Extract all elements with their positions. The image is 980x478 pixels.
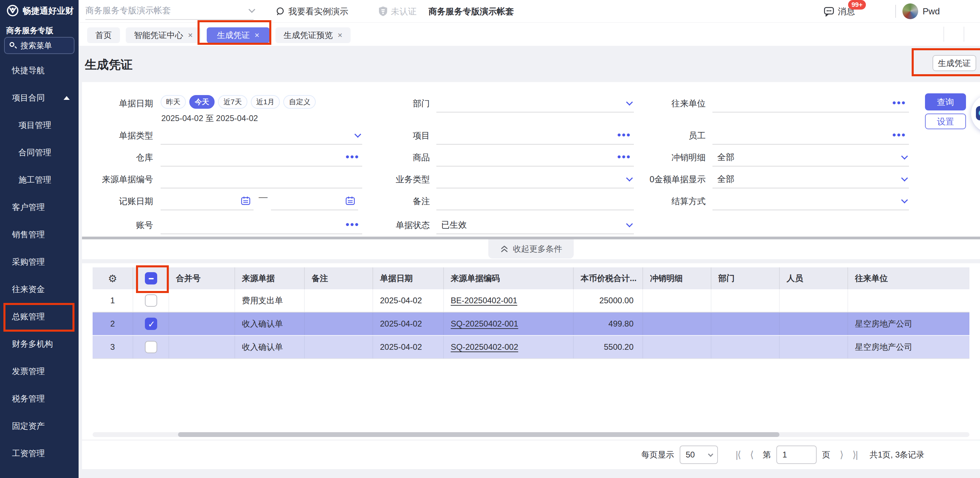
sidebar-item-fixed-assets[interactable]: 固定资产 bbox=[0, 413, 79, 440]
col-header-amount[interactable]: 本币价税合计... bbox=[574, 268, 643, 289]
gear-icon: ⚙ bbox=[108, 272, 117, 284]
sidebar-item-quick-nav[interactable]: 快捷导航 bbox=[0, 57, 79, 84]
preset-today[interactable]: 今天 bbox=[189, 95, 215, 109]
select-all-checkbox[interactable] bbox=[145, 272, 157, 284]
doc-date-range-value[interactable]: 2025-04-02 至 2025-04-02 bbox=[161, 113, 258, 124]
certification-status[interactable]: 未认证 bbox=[379, 0, 417, 22]
search-icon bbox=[10, 42, 16, 49]
tab-generate-voucher-preview[interactable]: 生成凭证预览× bbox=[275, 27, 351, 43]
tab-generate-voucher[interactable]: 生成凭证× bbox=[207, 27, 270, 43]
sidebar-item-contract-mgmt[interactable]: 合同管理 bbox=[0, 139, 79, 166]
sidebar-item-finance-multi-org[interactable]: 财务多机构 bbox=[0, 330, 79, 358]
project-picker[interactable]: ••• bbox=[436, 126, 634, 145]
sidebar-item-construction-mgmt[interactable]: 施工管理 bbox=[0, 166, 79, 194]
row-checkbox[interactable] bbox=[145, 341, 157, 353]
cell-doc-date: 2025-04-02 bbox=[373, 336, 444, 358]
preset-last7days[interactable]: 近7天 bbox=[218, 95, 247, 109]
col-header-source-doc-code[interactable]: 来源单据编码 bbox=[444, 268, 574, 289]
source-doc-code-link[interactable]: SQ-20250402-001 bbox=[451, 319, 518, 328]
account-set-selector[interactable]: 商务服务专版演示帐套 bbox=[86, 2, 253, 20]
cell-merge-no bbox=[169, 289, 235, 312]
sidebar-item-tax-mgmt[interactable]: 税务管理 bbox=[0, 385, 79, 413]
filter-label-booking-date: 记账日期 bbox=[82, 192, 153, 210]
col-header-source-doc[interactable]: 来源单据 bbox=[235, 268, 305, 289]
page-size-label: 每页显示 bbox=[641, 449, 674, 460]
row-checkbox[interactable] bbox=[145, 295, 157, 307]
cell-writeoff bbox=[643, 312, 711, 335]
col-header-merge-no[interactable]: 合并号 bbox=[169, 268, 235, 289]
scrollbar-thumb[interactable] bbox=[178, 432, 780, 437]
demo-link[interactable]: 我要看实例演示 bbox=[275, 0, 348, 22]
source-doc-code-link[interactable]: SQ-20250402-002 bbox=[451, 342, 518, 352]
generate-voucher-button[interactable]: 生成凭证 bbox=[932, 55, 976, 71]
filter-label-business-type: 业务类型 bbox=[361, 170, 430, 188]
warehouse-picker[interactable]: ••• bbox=[161, 148, 362, 167]
collapse-more-filters-button[interactable]: 收起更多条件 bbox=[488, 239, 574, 258]
doc-status-select[interactable]: 已生效 bbox=[436, 216, 634, 234]
col-header-remark[interactable]: 备注 bbox=[305, 268, 373, 289]
sidebar-item-sales-mgmt[interactable]: 销售管理 bbox=[0, 221, 79, 248]
page-number-input[interactable] bbox=[776, 446, 817, 464]
first-page-button[interactable]: |⟨ bbox=[736, 450, 740, 459]
close-tab-icon[interactable]: × bbox=[337, 30, 342, 40]
preset-custom[interactable]: 自定义 bbox=[283, 95, 316, 109]
settlement-select[interactable] bbox=[713, 192, 909, 210]
cell-merge-no bbox=[169, 312, 235, 335]
column-settings-cell[interactable]: ⚙ bbox=[92, 268, 133, 289]
table-row-selected[interactable]: 2 收入确认单 2025-04-02 SQ-20250402-001 499.8… bbox=[92, 312, 969, 336]
page-size-select[interactable]: 50 bbox=[679, 446, 718, 464]
booking-date-end-input[interactable] bbox=[271, 192, 358, 210]
sidebar-item-customer-mgmt[interactable]: 客户管理 bbox=[0, 194, 79, 221]
preset-last-month[interactable]: 近1月 bbox=[251, 95, 280, 109]
employee-picker[interactable]: ••• bbox=[713, 126, 909, 145]
horizontal-scrollbar[interactable] bbox=[92, 432, 969, 437]
sidebar-item-payroll-mgmt[interactable]: 工资管理 bbox=[0, 440, 79, 467]
preset-yesterday[interactable]: 昨天 bbox=[161, 95, 186, 109]
col-header-doc-date[interactable]: 单据日期 bbox=[373, 268, 444, 289]
sidebar-item-purchase-mgmt[interactable]: 采购管理 bbox=[0, 248, 79, 276]
counterparty-picker[interactable]: ••• bbox=[713, 94, 909, 113]
row-checkbox[interactable] bbox=[145, 318, 157, 330]
source-doc-no-input[interactable] bbox=[161, 170, 362, 188]
goods-picker[interactable]: ••• bbox=[436, 148, 634, 167]
sidebar-item-project-contract[interactable]: 项目合同 bbox=[0, 84, 79, 112]
department-select[interactable] bbox=[436, 94, 634, 113]
cell-counterparty: 星空房地产公司 bbox=[848, 336, 969, 358]
select-all-cell[interactable] bbox=[133, 268, 169, 289]
prev-page-button[interactable]: ⟨ bbox=[750, 450, 753, 459]
sidebar-item-general-ledger[interactable]: 总账管理 bbox=[0, 303, 79, 330]
tabbar-divider bbox=[964, 27, 964, 42]
menu-search-input[interactable]: 搜索菜单 bbox=[4, 37, 75, 54]
sidebar-item-invoice-mgmt[interactable]: 发票管理 bbox=[0, 358, 79, 385]
sidebar-item-receivables-funds[interactable]: 往来资金 bbox=[0, 276, 79, 303]
col-header-writeoff[interactable]: 冲销明细 bbox=[643, 268, 711, 289]
table-row[interactable]: 1 费用支出单 2025-04-02 BE-20250402-001 25000… bbox=[92, 289, 969, 312]
page-title: 生成凭证 bbox=[85, 57, 132, 73]
tab-home[interactable]: 首页 bbox=[87, 27, 120, 43]
cell-writeoff bbox=[643, 336, 711, 358]
query-button[interactable]: 查询 bbox=[925, 93, 966, 110]
source-doc-code-link[interactable]: BE-20250402-001 bbox=[451, 296, 517, 305]
col-header-counterparty[interactable]: 往来单位 bbox=[848, 268, 969, 289]
filter-label-zero-amount: 0金额单据显示 bbox=[624, 170, 706, 188]
user-avatar[interactable] bbox=[902, 3, 918, 19]
business-type-select[interactable] bbox=[436, 170, 634, 188]
next-page-button[interactable]: ⟩ bbox=[840, 450, 843, 459]
close-tab-icon[interactable]: × bbox=[188, 30, 193, 40]
col-header-person[interactable]: 人员 bbox=[780, 268, 848, 289]
filter-scrollbar[interactable] bbox=[82, 237, 980, 239]
sidebar-item-project-mgmt[interactable]: 项目管理 bbox=[0, 112, 79, 139]
remark-input[interactable] bbox=[436, 192, 634, 210]
close-tab-icon[interactable]: × bbox=[255, 30, 259, 40]
zero-amount-select[interactable]: 全部 bbox=[713, 170, 909, 188]
last-page-button[interactable]: ⟩| bbox=[853, 450, 858, 459]
table-row[interactable]: 3 收入确认单 2025-04-02 SQ-20250402-002 5500.… bbox=[92, 336, 969, 359]
product-name: 畅捷通好业财 bbox=[22, 5, 74, 16]
doc-type-select[interactable] bbox=[161, 126, 362, 145]
col-header-department[interactable]: 部门 bbox=[711, 268, 780, 289]
settings-button[interactable]: 设置 bbox=[925, 113, 966, 129]
writeoff-detail-select[interactable]: 全部 bbox=[713, 148, 909, 167]
account-no-picker[interactable]: ••• bbox=[161, 216, 362, 234]
booking-date-start-input[interactable] bbox=[161, 192, 253, 210]
tab-smart-voucher-center[interactable]: 智能凭证中心× bbox=[126, 27, 201, 43]
